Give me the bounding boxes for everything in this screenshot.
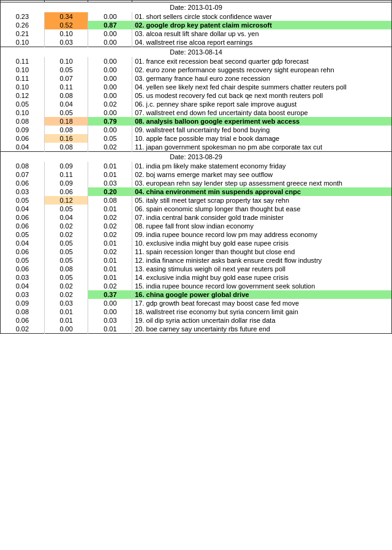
news-text: 05. us modest recovery fed cut back qe n… <box>132 91 392 100</box>
lstm-value: 0.02 <box>44 222 88 230</box>
news-text: 14. exclusive india might buy gold ease … <box>132 273 392 282</box>
table-row: 0.060.040.0207. india central bank consi… <box>1 213 392 222</box>
news-text: 06. j.c. penney share spike report sale … <box>132 100 392 108</box>
async-value: 0.00 <box>88 12 132 21</box>
lstm-value: 0.04 <box>44 213 88 222</box>
gru-value: 0.05 <box>1 230 45 239</box>
table-row: 0.040.080.0211. japan government spokesm… <box>1 143 392 152</box>
gru-value: 0.09 <box>1 126 45 134</box>
lstm-value: 0.05 <box>44 256 88 265</box>
news-text: 16. china google power global drive <box>132 290 392 299</box>
gru-value: 0.06 <box>1 213 45 222</box>
news-text: 11. japan government spokesman no pm abe… <box>132 143 392 152</box>
lstm-value: 0.02 <box>44 290 88 299</box>
table-row: 0.030.020.3716. china google power globa… <box>1 290 392 299</box>
table-row: 0.060.010.0319. oil dip syria action unc… <box>1 316 392 325</box>
async-value: 0.03 <box>88 316 132 325</box>
async-value: 0.01 <box>88 325 132 334</box>
async-value: 0.00 <box>88 29 132 38</box>
gru-value: 0.06 <box>1 179 45 187</box>
table-row: 0.040.050.0110. exclusive india might bu… <box>1 239 392 247</box>
news-text: 19. oil dip syria action uncertain dolla… <box>132 316 392 325</box>
lstm-value: 0.02 <box>44 282 88 290</box>
async-value: 0.02 <box>88 282 132 290</box>
async-value: 0.02 <box>88 230 132 239</box>
async-value: 0.01 <box>88 162 132 170</box>
lstm-value: 0.01 <box>44 316 88 325</box>
table-row: 0.210.100.0003. alcoa result lift share … <box>1 29 392 38</box>
news-text: 04. wallstreet rise alcoa report earning… <box>132 38 392 47</box>
async-value: 0.02 <box>88 213 132 222</box>
news-text: 07. india central bank consider gold tra… <box>132 213 392 222</box>
news-text: 03. germany france haul euro zone recess… <box>132 74 392 83</box>
lstm-value: 0.07 <box>44 74 88 83</box>
table-row: 0.060.090.0303. european rehn say lender… <box>1 179 392 187</box>
table-row: 0.050.120.0805. italy still meet target … <box>1 196 392 205</box>
table-row: 0.080.090.0101. india pm likely make sta… <box>1 162 392 170</box>
lstm-value: 0.03 <box>44 38 88 47</box>
async-value: 0.08 <box>88 196 132 205</box>
table-row: 0.020.000.0120. boe carney say uncertain… <box>1 325 392 334</box>
async-value: 0.00 <box>88 66 132 74</box>
lstm-value: 0.10 <box>44 29 88 38</box>
lstm-value: 0.01 <box>44 307 88 316</box>
news-text: 11. spain recession longer than thought … <box>132 247 392 256</box>
async-value: 0.00 <box>88 91 132 100</box>
lstm-value: 0.10 <box>44 57 88 66</box>
news-text: 01. france exit recession beat second qu… <box>132 57 392 66</box>
async-value: 0.00 <box>88 83 132 91</box>
gru-value: 0.03 <box>1 187 45 196</box>
table-row: 0.100.030.0004. wallstreet rise alcoa re… <box>1 38 392 47</box>
async-value: 0.05 <box>88 134 132 143</box>
table-row: 0.050.050.0112. india finance minister a… <box>1 256 392 265</box>
async-value: 0.00 <box>88 38 132 47</box>
lstm-value: 0.05 <box>44 205 88 213</box>
lstm-value: 0.05 <box>44 239 88 247</box>
lstm-value: 0.08 <box>44 126 88 134</box>
gru-value: 0.08 <box>1 117 45 126</box>
async-value: 0.00 <box>88 299 132 307</box>
gru-value: 0.11 <box>1 57 45 66</box>
lstm-value: 0.06 <box>44 187 88 196</box>
news-text: 08. analysis balloon google experiment w… <box>132 117 392 126</box>
gru-value: 0.04 <box>1 239 45 247</box>
gru-value: 0.06 <box>1 134 45 143</box>
gru-value: 0.11 <box>1 74 45 83</box>
lstm-value: 0.08 <box>44 143 88 152</box>
news-text: 09. india rupee bounce record low pm may… <box>132 230 392 239</box>
lstm-value: 0.00 <box>44 325 88 334</box>
table-row: 0.060.020.0208. rupee fall front slow in… <box>1 222 392 230</box>
news-text: 20. boe carney say uncertainty rbs futur… <box>132 325 392 334</box>
async-value: 0.02 <box>88 143 132 152</box>
lstm-value: 0.18 <box>44 117 88 126</box>
gru-value: 0.03 <box>1 273 45 282</box>
gru-value: 0.02 <box>1 325 45 334</box>
async-value: 0.03 <box>88 179 132 187</box>
lstm-value: 0.08 <box>44 265 88 273</box>
table-row: 0.260.520.8702. google drop key patent c… <box>1 21 392 29</box>
table-row: 0.040.020.0215. india rupee bounce recor… <box>1 282 392 290</box>
async-value: 0.02 <box>88 247 132 256</box>
lstm-value: 0.12 <box>44 196 88 205</box>
news-text: 15. india rupee bounce record low govern… <box>132 282 392 290</box>
news-text: 03. european rehn say lender step up ass… <box>132 179 392 187</box>
lstm-value: 0.02 <box>44 230 88 239</box>
date-header: Date: 2013-08-29 <box>1 152 392 162</box>
lstm-value: 0.11 <box>44 170 88 179</box>
gru-value: 0.06 <box>1 222 45 230</box>
async-value: 0.00 <box>88 307 132 316</box>
table-row: 0.090.080.0009. wallstreet fall uncertai… <box>1 126 392 134</box>
lstm-value: 0.52 <box>44 21 88 29</box>
table-row: 0.030.050.0114. exclusive india might bu… <box>1 273 392 282</box>
gru-value: 0.04 <box>1 282 45 290</box>
main-table: Date: 2013-01-090.230.340.0001. short se… <box>0 0 392 334</box>
gru-value: 0.04 <box>1 205 45 213</box>
lstm-value: 0.08 <box>44 91 88 100</box>
lstm-value: 0.03 <box>44 299 88 307</box>
async-value: 0.87 <box>88 21 132 29</box>
async-value: 0.00 <box>88 74 132 83</box>
news-text: 04. yellen see likely next fed chair des… <box>132 83 392 91</box>
table-row: 0.030.060.2004. china environment min su… <box>1 187 392 196</box>
news-text: 01. short sellers circle stock confidenc… <box>132 12 392 21</box>
news-text: 05. italy still meet target scrap proper… <box>132 196 392 205</box>
